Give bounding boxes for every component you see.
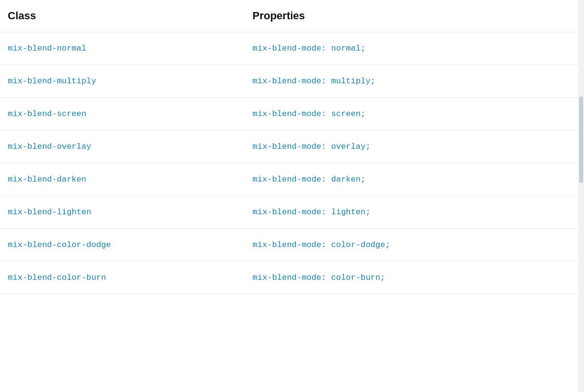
property-cell: mix-blend-mode: color-dodge; (243, 229, 578, 261)
class-cell[interactable]: mix-blend-lighten (0, 196, 243, 229)
class-column-header: Class (0, 0, 243, 32)
table-row: mix-blend-overlaymix-blend-mode: overlay… (0, 131, 578, 163)
table-row: mix-blend-multiplymix-blend-mode: multip… (0, 65, 578, 98)
content-area: Class Properties mix-blend-normalmix-ble… (0, 0, 578, 392)
class-cell[interactable]: mix-blend-darken (0, 163, 243, 196)
class-cell[interactable]: mix-blend-overlay (0, 131, 243, 163)
class-cell[interactable]: mix-blend-normal (0, 32, 243, 65)
table-row: mix-blend-darkenmix-blend-mode: darken; (0, 163, 578, 196)
class-cell[interactable]: mix-blend-multiply (0, 65, 243, 98)
table-row: mix-blend-screenmix-blend-mode: screen; (0, 98, 578, 131)
scrollbar-track[interactable] (578, 0, 584, 392)
table-header-row: Class Properties (0, 0, 578, 32)
property-cell: mix-blend-mode: screen; (243, 98, 578, 131)
property-cell: mix-blend-mode: normal; (243, 32, 578, 65)
page-wrapper: Class Properties mix-blend-normalmix-ble… (0, 0, 584, 392)
property-cell: mix-blend-mode: overlay; (243, 131, 578, 163)
class-cell[interactable]: mix-blend-color-dodge (0, 229, 243, 261)
property-cell: mix-blend-mode: lighten; (243, 196, 578, 229)
table-row: mix-blend-lightenmix-blend-mode: lighten… (0, 196, 578, 229)
table-row: mix-blend-normalmix-blend-mode: normal; (0, 32, 578, 65)
properties-column-header: Properties (243, 0, 578, 32)
reference-table: Class Properties mix-blend-normalmix-ble… (0, 0, 578, 294)
class-cell[interactable]: mix-blend-screen (0, 98, 243, 131)
property-cell: mix-blend-mode: color-burn; (243, 261, 578, 294)
class-cell[interactable]: mix-blend-color-burn (0, 261, 243, 294)
table-row: mix-blend-color-burnmix-blend-mode: colo… (0, 261, 578, 294)
property-cell: mix-blend-mode: multiply; (243, 65, 578, 98)
scrollbar-thumb[interactable] (579, 96, 583, 183)
property-cell: mix-blend-mode: darken; (243, 163, 578, 196)
table-row: mix-blend-color-dodgemix-blend-mode: col… (0, 229, 578, 261)
